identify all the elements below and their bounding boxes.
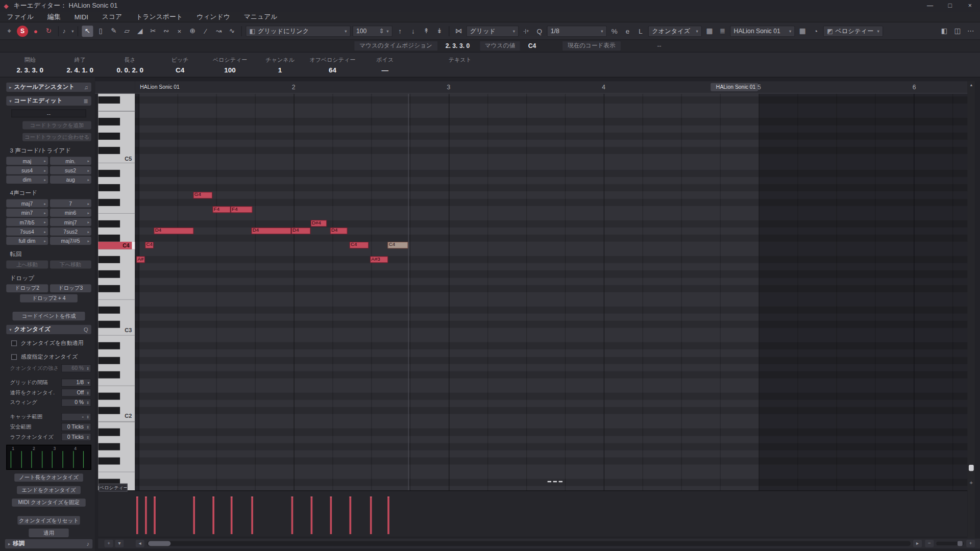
midi-note-C4[interactable]: C4	[349, 242, 369, 248]
chord-track-button-1[interactable]: コードトラックに合わせる	[22, 133, 91, 141]
move-up-button[interactable]: ↑	[395, 26, 406, 37]
infoline-field-3[interactable]: ピッチC4	[155, 53, 205, 77]
velocity-bar-11[interactable]	[370, 496, 372, 534]
triad-grid-button-4[interactable]: dim▸	[6, 176, 47, 184]
infoline-field-0[interactable]: 開始2. 3. 3. 0	[5, 53, 55, 77]
triad-grid-button-1[interactable]: min.▸	[50, 157, 91, 165]
infoline-field-5[interactable]: チャンネル1	[255, 53, 305, 77]
midi-note-D4[interactable]: D4	[291, 228, 311, 234]
four-grid-button-6[interactable]: 7sus4▸	[6, 228, 47, 236]
solo-editor-button[interactable]: S	[17, 26, 28, 37]
drop-grid-button-1[interactable]: ドロップ3	[50, 284, 91, 292]
snap-toggle[interactable]: ⋈	[453, 26, 464, 37]
insert-velocity-control[interactable]: 100 ⇕ ▾	[353, 26, 393, 37]
split-tool[interactable]: ✂	[148, 26, 159, 37]
menu-item-1[interactable]: 編集	[41, 11, 68, 22]
grid-type-dropdown[interactable]: グリッド ▾	[466, 26, 519, 37]
quantize-setting-value[interactable]: 1/8▾	[61, 379, 91, 387]
chord-track-button-0[interactable]: コードトラックを追加	[22, 121, 91, 130]
quantize-button-0[interactable]: ノート長をクオンタイズ	[14, 473, 83, 482]
quantize-setting-value[interactable]: 0 %⇕	[61, 398, 91, 407]
section-scale-assistant[interactable]: ▸ スケールアシスタント ♫	[6, 83, 91, 92]
trim-tool[interactable]: ◢	[134, 26, 145, 37]
zoom-out-icon[interactable]: −	[925, 540, 934, 547]
add-controller-lane-button[interactable]: +	[104, 540, 113, 547]
quantize-preset-dropdown[interactable]: 1/8 ▾	[547, 26, 607, 37]
midi-note-G4[interactable]: G4	[193, 192, 212, 198]
erase-tool[interactable]: ▱	[121, 26, 133, 37]
menu-item-4[interactable]: トランスポート	[129, 11, 190, 22]
velocity-bar-3[interactable]	[193, 496, 195, 534]
quantize-checkbox-0[interactable]: クオンタイズを自動適用	[11, 339, 92, 347]
velocity-bar-5[interactable]	[231, 496, 233, 534]
move-down-button[interactable]: ↓	[407, 26, 419, 37]
midi-note-A#3[interactable]: A#	[136, 256, 145, 263]
move-up-octave-button[interactable]: ↟	[421, 26, 432, 37]
triad-grid-button-3[interactable]: sus2▸	[50, 166, 91, 174]
four-grid-button-9[interactable]: maj7/#5▸	[50, 237, 91, 245]
velocity-bar-10[interactable]	[349, 496, 351, 534]
maximize-button[interactable]: □	[940, 0, 960, 11]
zoom-slider[interactable]	[936, 542, 964, 545]
horizontal-scroll-thumb[interactable]	[148, 541, 170, 546]
velocity-bar-4[interactable]	[212, 496, 214, 534]
grid-relative-icon[interactable]: -|+	[521, 26, 532, 37]
midi-note-F4[interactable]: F4	[212, 206, 231, 213]
quantize-button-2[interactable]: MIDI クオンタイズを固定	[12, 498, 85, 507]
left-zone-toggle[interactable]: ◧	[939, 26, 950, 37]
midi-note-C4[interactable]: C4	[387, 242, 408, 248]
infoline-field-4[interactable]: ベロシティー100	[205, 53, 255, 77]
menu-item-2[interactable]: MIDI	[67, 12, 95, 22]
vertical-zoom-in-icon[interactable]: +	[968, 480, 975, 486]
link-grid-dropdown[interactable]: ◧ グリッドにリンク ▾	[246, 26, 351, 37]
section-quantize[interactable]: ▾ クオンタイズ Q	[6, 325, 91, 334]
part-selector-dropdown[interactable]: HALion Sonic 01 ▾	[730, 26, 795, 37]
infoline-field-7[interactable]: ボイス—	[360, 53, 410, 77]
midi-note-D4[interactable]: D4	[251, 228, 291, 234]
iterative-quantize-icon[interactable]: %	[609, 26, 620, 37]
scroll-right-icon[interactable]: ▸	[913, 540, 922, 547]
velocity-lane[interactable]	[98, 490, 967, 537]
section-transpose[interactable]: ▸ 移調 ♪	[5, 539, 92, 548]
midi-note-C4[interactable]: C4	[145, 242, 154, 248]
record-in-editor-button[interactable]: ●	[30, 26, 41, 37]
note-grid[interactable]: A#C4D4G4F4F4D4D4D#4D4C4A#3C4	[135, 94, 967, 491]
velocity-bar-0[interactable]	[136, 496, 138, 534]
quantize-setting-value[interactable]: 60 %⇕	[61, 364, 91, 372]
part-start-label[interactable]: HALion Sonic 01	[140, 83, 180, 91]
velocity-bar-7[interactable]	[291, 496, 293, 534]
scroll-left-icon[interactable]: ◂	[136, 540, 144, 547]
toolbar-setup-button[interactable]: ⋯	[965, 26, 976, 37]
line-tool[interactable]: ∕	[200, 26, 211, 37]
velocity-bar-9[interactable]	[330, 496, 332, 534]
midi-note-A#3[interactable]: A#3	[370, 256, 388, 263]
time-format-icon[interactable]: ◔	[810, 26, 821, 37]
midi-input-icon[interactable]: ≣	[717, 26, 728, 37]
right-zone-toggle[interactable]: ◫	[952, 26, 963, 37]
quantize-setting-value[interactable]: -⇕	[61, 413, 91, 421]
velocity-bar-1[interactable]	[145, 496, 147, 534]
draw-tool[interactable]: ✎	[108, 26, 119, 37]
drop-grid-button-0[interactable]: ドロップ2	[6, 284, 47, 292]
quantize-action-1[interactable]: 適用	[29, 529, 68, 537]
independent-loop-button[interactable]: ↻	[43, 26, 54, 37]
four-grid-button-7[interactable]: 7sus2▸	[50, 228, 91, 236]
lane-resize-handle[interactable]	[548, 481, 562, 482]
acoustic-feedback-button[interactable]: ♪▾	[62, 26, 74, 37]
pinned-note-icon[interactable]: ⌖	[4, 26, 15, 37]
vertical-scrollbar[interactable]: ▴ +	[968, 81, 975, 538]
infoline-field-1[interactable]: 終了2. 4. 1. 0	[55, 53, 105, 77]
event-colors-dropdown[interactable]: ◩ ベロシティー ▾	[823, 26, 884, 37]
close-button[interactable]: ×	[960, 0, 980, 11]
zoom-tool[interactable]: ⊕	[187, 26, 198, 37]
ruler-track[interactable]: HALion Sonic 01 HALion Sonic 01 23456	[135, 81, 967, 93]
curve-tool[interactable]: ∿	[226, 26, 237, 37]
minimize-button[interactable]: —	[920, 0, 940, 11]
velocity-bar-6[interactable]	[251, 496, 253, 534]
infoline-field-2[interactable]: 長さ0. 0. 2. 0	[105, 53, 155, 77]
mute-tool[interactable]: ×	[174, 26, 185, 37]
velocity-bar-12[interactable]	[387, 496, 389, 534]
quantize-setting-value[interactable]: Off⇕	[61, 389, 91, 397]
vertical-scroll-thumb[interactable]	[969, 465, 974, 471]
four-grid-button-1[interactable]: 7▸	[50, 199, 91, 208]
